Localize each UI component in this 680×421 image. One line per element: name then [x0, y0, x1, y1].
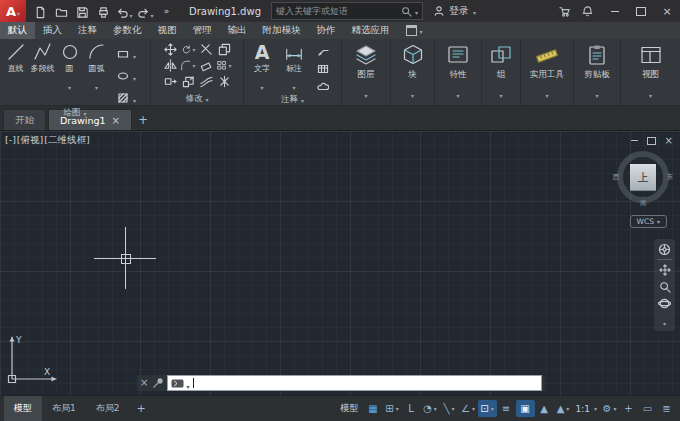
ribbon-tab-insert[interactable]: 插入: [35, 22, 70, 39]
drawing-canvas[interactable]: [-] [俯视] [二维线框] × 西 东 南 上 WCS: [0, 131, 680, 395]
chevron-down-icon[interactable]: [133, 44, 136, 63]
object-snap-tracking-icon[interactable]: ∠: [459, 400, 478, 417]
utilities-button[interactable]: 实用工具: [528, 39, 566, 105]
maximize-button[interactable]: [628, 0, 654, 22]
selection-cycling-icon[interactable]: ▣: [516, 400, 535, 417]
leader-tool[interactable]: [315, 44, 330, 58]
ribbon-tab-featured-apps[interactable]: 精选应用: [344, 22, 398, 39]
draw-panel-title[interactable]: 绘图: [0, 107, 150, 119]
annotation-monitor-icon[interactable]: +: [619, 400, 638, 417]
ribbon-collapse-button[interactable]: [398, 22, 431, 39]
dimension-tool[interactable]: 标注: [278, 42, 310, 94]
groups-button[interactable]: 组: [487, 39, 515, 105]
chevron-down-icon[interactable]: [68, 75, 71, 94]
trim-tool[interactable]: [199, 42, 214, 56]
ribbon-tab-annotate[interactable]: 注释: [70, 22, 105, 39]
redo-button[interactable]: [136, 0, 155, 22]
properties-button[interactable]: 特性: [444, 39, 472, 105]
clipboard-button[interactable]: 剪贴板: [582, 39, 612, 105]
stretch-tool[interactable]: [163, 74, 178, 88]
chevron-down-icon[interactable]: [545, 83, 548, 102]
close-button[interactable]: ×: [654, 0, 680, 22]
copy-tool[interactable]: [217, 42, 232, 56]
command-customize-wrench-icon[interactable]: [152, 378, 163, 389]
modify-panel-title[interactable]: 修改: [151, 92, 243, 105]
block-button[interactable]: 块: [399, 39, 427, 105]
polyline-tool[interactable]: 多段线: [29, 42, 56, 94]
model-space-toggle[interactable]: 模型: [341, 402, 359, 415]
doc-close-button[interactable]: ×: [665, 135, 673, 146]
layout-tab-layout1[interactable]: 布局1: [42, 396, 86, 421]
snap-mode-icon[interactable]: ⊞: [383, 400, 402, 417]
text-tool[interactable]: A 文字: [246, 42, 278, 94]
autoscale-icon[interactable]: ▲: [554, 400, 573, 417]
clean-screen-icon[interactable]: ▭: [638, 400, 657, 417]
application-menu-button[interactable]: A: [0, 0, 26, 22]
ribbon-tab-parametric[interactable]: 参数化: [105, 22, 150, 39]
chevron-down-icon[interactable]: [456, 83, 459, 102]
ribbon-tab-addins[interactable]: 附加模块: [255, 22, 309, 39]
command-input[interactable]: [167, 375, 542, 391]
ribbon-tab-manage[interactable]: 管理: [185, 22, 220, 39]
layout-tab-model[interactable]: 模型: [4, 396, 42, 421]
circle-tool[interactable]: 圆: [56, 42, 83, 94]
orbit-button[interactable]: [654, 295, 675, 312]
chevron-down-icon[interactable]: [129, 9, 132, 20]
chevron-down-icon[interactable]: [150, 9, 153, 20]
wcs-dropdown[interactable]: WCS: [630, 215, 667, 228]
rectangle-tool[interactable]: [115, 47, 130, 61]
chevron-down-icon[interactable]: [260, 75, 263, 94]
hatch-tool[interactable]: [115, 91, 130, 105]
annotation-visibility-icon[interactable]: ▲: [535, 400, 554, 417]
fillet-tool[interactable]: [181, 58, 196, 72]
mirror-tool[interactable]: [163, 58, 178, 72]
new-layout-button[interactable]: +: [129, 396, 152, 421]
pan-button[interactable]: [654, 261, 675, 278]
ribbon-tab-home[interactable]: 默认: [0, 22, 35, 39]
ribbon-tab-collaborate[interactable]: 协作: [309, 22, 344, 39]
move-tool[interactable]: [163, 42, 178, 56]
viewcube[interactable]: 西 东 南 上: [615, 149, 671, 205]
command-close-icon[interactable]: ×: [140, 378, 148, 388]
chevron-down-icon[interactable]: [499, 83, 502, 102]
notification-bell-icon[interactable]: [581, 5, 594, 18]
explode-tool[interactable]: [217, 74, 232, 88]
viewport-view-menu[interactable]: [俯视]: [17, 134, 43, 147]
plot-button[interactable]: [94, 0, 113, 22]
compass-south-label[interactable]: 南: [640, 199, 647, 208]
array-tool[interactable]: [217, 58, 232, 72]
ellipse-tool[interactable]: [115, 69, 130, 83]
steering-wheel-button[interactable]: [654, 241, 675, 258]
chevron-down-icon[interactable]: [649, 83, 652, 102]
search-box[interactable]: [271, 2, 423, 20]
rotate-tool[interactable]: [181, 42, 196, 56]
chevron-down-icon[interactable]: [133, 66, 136, 85]
revision-cloud-tool[interactable]: [315, 80, 330, 94]
app-store-cart-icon[interactable]: [558, 5, 571, 18]
recent-commands-icon[interactable]: [171, 379, 184, 388]
isometric-drafting-icon[interactable]: ╲: [440, 400, 459, 417]
minimize-button[interactable]: [602, 0, 628, 22]
ortho-icon[interactable]: L: [402, 400, 421, 417]
arc-tool[interactable]: 圆弧: [83, 42, 110, 94]
annotation-panel-title[interactable]: 注释: [244, 94, 341, 106]
ribbon-tab-view[interactable]: 视图: [150, 22, 185, 39]
layers-button[interactable]: 图层: [352, 39, 380, 105]
chevron-down-icon[interactable]: [133, 88, 136, 107]
erase-tool[interactable]: [199, 58, 214, 72]
navbar-more-button[interactable]: [654, 312, 675, 329]
new-file-button[interactable]: [31, 0, 50, 22]
compass-east-label[interactable]: 东: [667, 173, 674, 182]
scale-tool[interactable]: [181, 74, 196, 88]
lineweight-icon[interactable]: ≡: [497, 400, 516, 417]
line-tool[interactable]: 直线: [2, 42, 29, 94]
viewcube-top-face[interactable]: 上: [630, 164, 656, 190]
table-tool[interactable]: [315, 62, 330, 76]
chevron-down-icon[interactable]: [595, 83, 598, 102]
object-snap-icon[interactable]: ⊡: [478, 400, 497, 417]
ribbon-tab-output[interactable]: 输出: [220, 22, 255, 39]
annotation-scale-button[interactable]: 1:1: [573, 404, 601, 414]
sign-in-button[interactable]: 登录: [433, 4, 476, 18]
chevron-down-icon[interactable]: [411, 83, 414, 102]
doc-restore-button[interactable]: [647, 137, 656, 145]
